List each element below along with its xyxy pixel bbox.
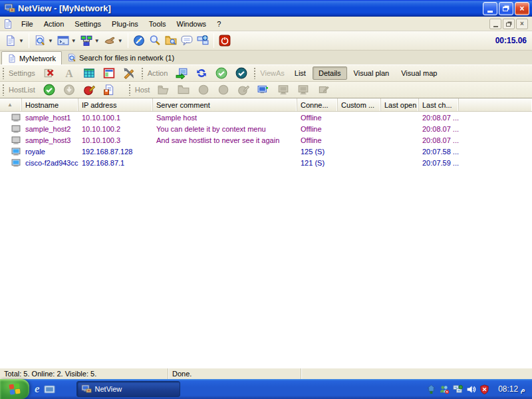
close-button[interactable]: × [515,2,529,15]
host-properties-icon[interactable] [313,82,333,98]
internet-explorer-icon[interactable]: e [35,382,40,396]
toolbar-grip[interactable] [253,67,256,79]
menu-file[interactable]: File [16,18,39,30]
column-hostname[interactable]: Hostname [22,98,78,111]
mdi-minimize-button[interactable] [489,19,501,29]
toolbar-grip[interactable] [128,84,131,96]
host-monitor-icon[interactable] [273,82,293,98]
console-icon[interactable] [55,33,71,49]
add-host-icon[interactable] [253,82,273,98]
check-selected-icon[interactable] [231,65,251,81]
main-toolbar: ▼ ▼ ▼ ▼ ▼ 00:15.06 [0,31,532,51]
menu-help[interactable]: ? [211,18,226,30]
status-bar: Total: 5. Online: 2. Visible: 5. Done. [0,368,532,379]
mdi-close-button[interactable]: × [516,19,528,29]
column-last-change[interactable]: Last ch... [419,98,459,111]
minimize-button[interactable] [483,2,497,15]
hostlist-save-icon[interactable] [99,82,119,98]
settings-group-label: Settings [7,69,39,77]
menu-action[interactable]: Action [39,18,70,30]
show-desktop-icon[interactable] [44,384,55,395]
column-connection[interactable]: Conne... [297,98,338,111]
refresh-icon[interactable] [192,65,211,81]
viewas-details-button[interactable]: Details [313,66,347,80]
host-monitor-icon[interactable] [293,82,313,98]
options-tools-icon[interactable] [119,65,139,81]
volume-icon[interactable] [466,384,476,394]
web-browse-icon[interactable] [131,33,147,49]
mdi-document-icon[interactable] [3,19,13,29]
table-row[interactable]: royale192.168.87.128125 (S)20:07.58 ... [0,146,532,157]
folder-icon[interactable] [174,82,194,98]
cell-server-comment: Sample host [153,114,297,122]
column-custom[interactable]: Custom ... [338,98,381,111]
network-scan-icon[interactable] [78,33,94,49]
host-edit-icon[interactable] [233,82,253,98]
viewas-visual-plan-button[interactable]: Visual plan [348,67,395,79]
host-group-label: Host [134,86,154,94]
toolbar-grip[interactable] [2,67,5,79]
network-home-icon[interactable] [426,384,436,394]
console-dropdown[interactable]: ▼ [71,38,78,44]
folder-open-icon[interactable] [154,82,174,98]
table-row[interactable]: sample_host110.10.100.1Sample hostOfflin… [0,112,532,123]
viewas-visual-map-button[interactable]: Visual map [396,67,442,79]
mdi-restore-button[interactable] [503,19,515,29]
connect-icon[interactable] [172,65,192,81]
cell-connection: Offline [297,125,338,133]
toolbar-grip[interactable] [2,84,5,96]
tab-label: MyNetwork [19,55,56,63]
window-layout-icon[interactable] [99,65,119,81]
host-ball-icon[interactable] [213,82,233,98]
host-ball-icon[interactable] [194,82,213,98]
network-places-icon[interactable] [453,384,463,394]
file-search-dropdown[interactable]: ▼ [48,38,55,44]
cell-server-comment: You can delete it by context menu [153,125,297,133]
hostlist-check-icon[interactable] [39,82,59,98]
users-offline-icon[interactable] [440,384,450,394]
security-alert-icon[interactable] [479,384,489,394]
file-search-icon[interactable] [32,33,48,49]
start-button[interactable] [0,379,29,399]
stop-monitoring-icon[interactable] [217,33,233,49]
delete-list-icon[interactable] [39,65,59,81]
tab-search-files[interactable]: Search for files in network (1) [62,51,180,65]
document-tabs: MyNetwork Search for files in network (1… [0,51,532,65]
menu-windows[interactable]: Windows [172,18,212,30]
menu-settings[interactable]: Settings [69,18,106,30]
system-tray: 08:12 م [426,384,532,394]
network-neighborhood-icon[interactable] [195,33,211,49]
viewas-list-button[interactable]: List [289,67,311,79]
taskbar-button-netview[interactable]: NetView [76,381,180,397]
column-last-open[interactable]: Last open [381,98,419,111]
cell-last-change: 20:08.07 ... [419,136,459,144]
search-icon[interactable] [147,33,163,49]
column-ip-address[interactable]: IP address [78,98,153,111]
cell-hostname: sample_host2 [22,125,78,133]
tab-mynetwork[interactable]: MyNetwork [1,51,62,65]
menu-tools[interactable]: Tools [144,18,172,30]
table-row[interactable]: sample_host210.10.100.2You can delete it… [0,123,532,134]
font-icon[interactable]: A [59,65,79,81]
hostlist-edit-icon[interactable] [79,82,99,98]
cell-hostname: royale [22,148,78,156]
window-title: NetView - [MyNetwork] [18,3,481,13]
capture-tool-dropdown[interactable]: ▼ [118,38,125,44]
check-all-icon[interactable] [211,65,231,81]
new-hostlist-dropdown[interactable]: ▼ [19,38,26,44]
toolbar-grip[interactable] [141,67,144,79]
capture-tool-icon[interactable] [102,33,118,49]
column-server-comment[interactable]: Server comment [153,98,297,111]
column-sort[interactable]: ▲ [0,98,22,111]
network-scan-dropdown[interactable]: ▼ [94,38,102,44]
hostlist-download-icon[interactable] [59,82,79,98]
table-row[interactable]: sample_host310.10.100.3And save hostlist… [0,134,532,146]
new-hostlist-icon[interactable] [3,33,19,49]
menu-plugins[interactable]: Plug-ins [106,18,144,30]
table-row[interactable]: cisco-f2ad943cc192.168.87.1121 (S)20:07.… [0,157,532,168]
folder-search-icon[interactable] [163,33,179,49]
restore-button[interactable] [499,2,513,15]
messages-icon[interactable] [179,33,195,49]
mdi-window-buttons: × [489,19,532,29]
grid-columns-icon[interactable] [79,65,99,81]
